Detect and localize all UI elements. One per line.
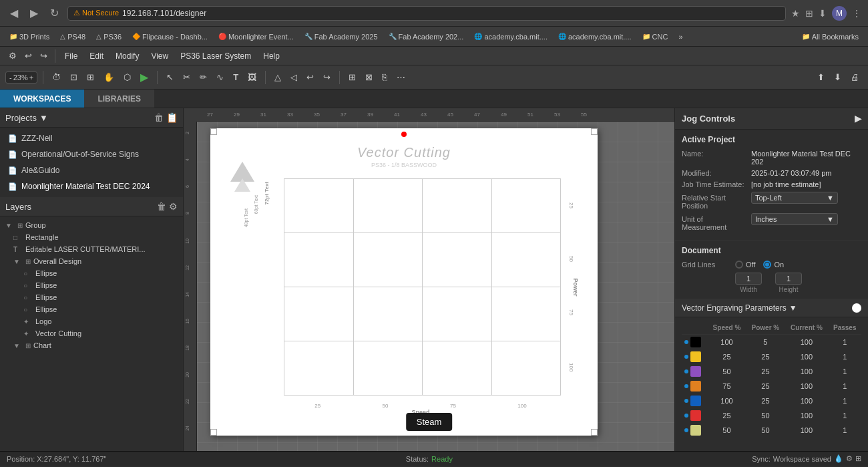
layer-ellipse-2[interactable]: ○ Ellipse [0, 279, 183, 291]
menu-view[interactable]: View [146, 49, 174, 63]
redo-icon[interactable]: ↪ [37, 49, 51, 63]
star-icon[interactable]: ★ [791, 8, 800, 19]
pan-icon[interactable]: ✋ [100, 70, 118, 84]
layer-vector-cutting[interactable]: ✦ Vector Cutting [0, 327, 183, 339]
text-icon[interactable]: T [230, 70, 242, 84]
import-icon[interactable]: ⬆ [814, 70, 828, 84]
grid-on-option[interactable]: On [763, 261, 784, 269]
project-item-zzzneil[interactable]: 📄 ZZZ-Neil [0, 130, 183, 146]
bookmark-all[interactable]: 📁 All Bookmarks [798, 31, 863, 42]
engraving-row[interactable]: 25 50 100 1 [682, 408, 861, 423]
extensions-icon[interactable]: ⊞ [805, 8, 813, 19]
project-item-moonlighter[interactable]: 📄 Moonlighter Material Test DEC 2024 [0, 178, 183, 194]
menu-laser[interactable]: PS36 Laser System [175, 49, 256, 63]
grid-off-option[interactable]: Off [735, 261, 755, 269]
layer-ellipse-3[interactable]: ○ Ellipse [0, 291, 183, 303]
document-title: Document [682, 246, 861, 255]
pen-icon[interactable]: ✏ [196, 70, 210, 84]
menu-modify[interactable]: Modify [110, 49, 144, 63]
bookmark-ps36[interactable]: △ PS36 [92, 31, 126, 42]
bookmark-moonlighter[interactable]: 🔴 Moonlighter Event... [214, 31, 298, 42]
flip-h-icon[interactable]: ◁ [287, 70, 300, 84]
canvas-inner[interactable]: Vector Cutting PS36 - 1/8 BASSWOOD 48pt … [197, 122, 674, 451]
forward-button[interactable]: ▶ [27, 5, 41, 21]
layer-logo[interactable]: ✦ Logo [0, 315, 183, 327]
bezier-icon[interactable]: ∿ [213, 70, 227, 84]
settings-icon[interactable]: ⚙ [5, 49, 20, 63]
image-icon[interactable]: 🖼 [244, 70, 260, 84]
resize-icon[interactable]: ⊡ [67, 70, 81, 84]
crop-icon[interactable]: ✂ [180, 70, 194, 84]
more-icon[interactable]: ⋯ [393, 70, 409, 84]
jog-expand-icon[interactable]: ▶ [855, 114, 861, 124]
copy-icon[interactable]: ⎘ [379, 70, 391, 84]
bookmark-more[interactable]: » [674, 31, 686, 42]
menu-file[interactable]: File [59, 49, 83, 63]
rel-start-dropdown[interactable]: Top-Left ▼ [751, 192, 838, 204]
tab-workspaces[interactable]: WORKSPACES [0, 90, 84, 108]
select-icon[interactable]: ↖ [163, 70, 177, 84]
print-icon[interactable]: 🖨 [847, 70, 863, 84]
refresh-button[interactable]: ↻ [47, 5, 62, 21]
delete-project-button[interactable]: 🗑 [154, 112, 164, 123]
engraving-row[interactable]: 100 25 100 1 [682, 394, 861, 408]
add-project-button[interactable]: 📋 [166, 112, 178, 123]
undo2-icon[interactable]: ↩ [303, 70, 317, 84]
layer-group[interactable]: ▼ ⊞ Group [0, 219, 183, 231]
snap-icon[interactable]: ⊠ [362, 70, 376, 84]
align-icon[interactable]: △ [271, 70, 284, 84]
zoom-minus[interactable]: - [9, 73, 12, 82]
engraving-row[interactable]: 50 50 100 1 [682, 423, 861, 438]
download-icon[interactable]: ⬇ [819, 8, 827, 19]
chevron-down-icon[interactable]: ▼ [789, 303, 797, 313]
export-icon[interactable]: ⬇ [831, 70, 845, 84]
engraving-row[interactable]: 25 25 100 1 [682, 349, 861, 364]
layer-text[interactable]: T Editable LASER CUTTER/MATERI... [0, 243, 183, 255]
bookmark-ps48[interactable]: △ PS48 [56, 31, 89, 42]
canvas-area[interactable]: 27 29 31 33 35 37 39 41 43 45 47 49 51 5… [184, 108, 674, 451]
undo-icon[interactable]: ↩ [21, 49, 35, 63]
layer-chart[interactable]: ▼ ⊞ Chart [0, 339, 183, 351]
engraving-toggle[interactable] [852, 303, 861, 313]
transform-icon[interactable]: ⊞ [83, 70, 97, 84]
grid-icon[interactable]: ⊞ [345, 70, 359, 84]
layers-section: Layers 🗑 ⚙ ▼ ⊞ Group □ Rectangle [0, 197, 183, 451]
project-item-aleguido[interactable]: 📄 Ale&Guido [0, 162, 183, 178]
project-item-operational[interactable]: 📄 Operational/Out-of-Service Signs [0, 146, 183, 162]
height-input[interactable] [775, 273, 802, 285]
bookmark-3dprints[interactable]: 📁 3D Prints [5, 31, 53, 42]
delete-layer-button[interactable]: 🗑 [157, 201, 166, 212]
bookmark-fabacademy1[interactable]: 🔧 Fab Academy 2025 [300, 31, 382, 42]
tab-libraries[interactable]: LIBRARIES [84, 90, 154, 108]
layer-ellipse-4[interactable]: ○ Ellipse [0, 303, 183, 315]
address-bar[interactable]: ⚠ Not Secure 192.168.7.101/designer [67, 6, 786, 21]
zoom-plus[interactable]: + [29, 73, 33, 82]
menu-edit[interactable]: Edit [84, 49, 109, 63]
width-input[interactable] [735, 273, 762, 285]
layer-rectangle[interactable]: □ Rectangle [0, 231, 183, 243]
projects-dropdown-icon[interactable]: ▼ [39, 113, 48, 123]
menu-help[interactable]: Help [258, 49, 285, 63]
profile-icon[interactable]: M [832, 6, 847, 21]
engraving-row[interactable]: 75 25 100 1 [682, 379, 861, 394]
layer-overall-design[interactable]: ▼ ⊞ Overall Design [0, 255, 183, 267]
timer-icon[interactable]: ⏱ [49, 70, 64, 84]
bookmark-cba1[interactable]: 🌐 academy.cba.mit.... [470, 31, 552, 42]
bookmark-cnc[interactable]: 📁 CNC [638, 31, 672, 42]
bookmark-fabacademy2[interactable]: 🔧 Fab Academy 202... [385, 31, 468, 42]
back-button[interactable]: ◀ [7, 5, 21, 21]
current-col-header: Current % [785, 321, 828, 335]
add-layer-button[interactable]: ⚙ [169, 201, 178, 212]
redo2-icon[interactable]: ↪ [320, 70, 334, 84]
grid-on-label: On [774, 261, 784, 269]
node-icon[interactable]: ⬡ [120, 70, 134, 84]
active-project-title: Active Project [682, 135, 861, 144]
engraving-row[interactable]: 100 5 100 1 [682, 335, 861, 350]
bookmark-cba2[interactable]: 🌐 academy.cba.mit.... [554, 31, 636, 42]
engraving-row[interactable]: 50 25 100 1 [682, 364, 861, 379]
menu-icon[interactable]: ⋮ [852, 8, 861, 19]
bookmark-flipcause[interactable]: 🔶 Flipcause - Dashb... [128, 31, 212, 42]
unit-dropdown[interactable]: Inches ▼ [751, 213, 838, 225]
play-button[interactable]: ▶ [137, 69, 152, 86]
layer-ellipse-1[interactable]: ○ Ellipse [0, 267, 183, 279]
